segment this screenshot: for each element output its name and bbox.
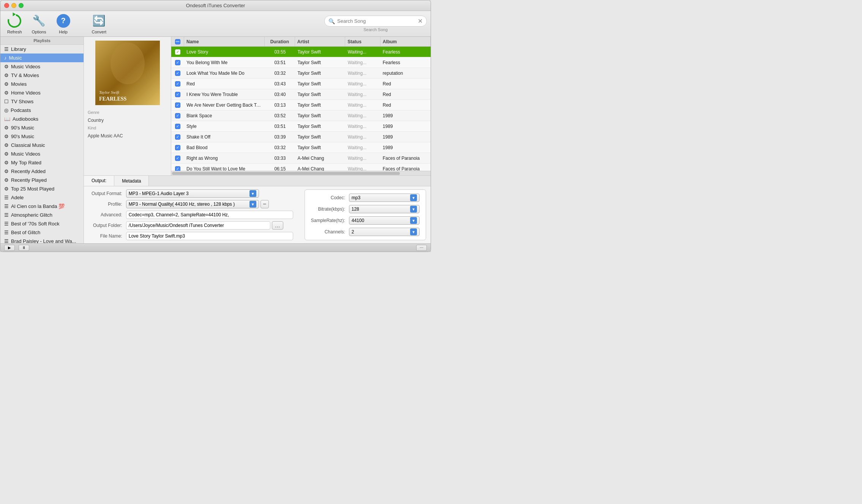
sidebar-item-adele[interactable]: ☰Adele [0, 193, 84, 202]
row-status: Waiting... [346, 102, 380, 108]
output-folder-value: /Users/Joyce/Music/Ondesoft iTunes Conve… [129, 223, 224, 228]
help-button[interactable]: ? Help [53, 12, 74, 36]
table-row[interactable]: ✓ I Knew You Were Trouble 03:40 Taylor S… [171, 89, 431, 100]
table-row[interactable]: ✓ Red 03:43 Taylor Swift Waiting... Red [171, 79, 431, 89]
row-checkbox[interactable]: ✓ [171, 124, 184, 129]
row-duration: 03:43 [265, 81, 295, 87]
row-name: Bad Blood [184, 145, 265, 150]
table-row[interactable]: ✓ Do You Still Want to Love Me 06:15 A-M… [171, 164, 431, 171]
row-checkbox[interactable]: ✓ [171, 49, 184, 55]
bitrate-label: Bitrate(kbps): [311, 206, 345, 212]
sidebar-item-recently-added[interactable]: ⚙Recently Added [0, 167, 84, 176]
sidebar-item-icon: ⚙ [4, 72, 9, 78]
samplerate-select[interactable]: 44100 ▼ [349, 216, 420, 225]
search-input[interactable] [337, 18, 415, 24]
row-checkbox[interactable]: ✓ [171, 102, 184, 108]
sidebar-item-icon: ⚙ [4, 134, 9, 139]
table-row[interactable]: ✓ Look What You Made Me Do 03:32 Taylor … [171, 68, 431, 79]
profile-select[interactable]: MP3 - Normal Quality( 44100 Hz, stereo ,… [126, 200, 259, 208]
tab-metadata[interactable]: Metadata [114, 176, 149, 186]
statusbar: ▶ ⏸ ⋯ [0, 243, 431, 252]
scrollbar-thumb[interactable] [172, 172, 400, 175]
sidebar-item-classical[interactable]: ⚙Classical Music [0, 141, 84, 150]
sidebar-item-top-25[interactable]: ⚙Top 25 Most Played [0, 184, 84, 193]
codec-select[interactable]: mp3 ▼ [349, 194, 420, 202]
sidebar-item-tv-shows[interactable]: ☐TV Shows [0, 97, 84, 106]
sidebar-item-best-70s[interactable]: ☰Best of '70s Soft Rock [0, 219, 84, 228]
row-album: 1989 [380, 145, 431, 150]
profile-minus-button[interactable]: − [260, 200, 269, 208]
row-checkbox[interactable]: ✓ [171, 60, 184, 65]
sidebar-item-90s-music[interactable]: ⚙90's Music [0, 123, 84, 132]
sidebar-item-home-videos[interactable]: ⚙Home Videos [0, 88, 84, 97]
app-window: Ondesoft iTunes Converter Refresh 🔧 Opti… [0, 0, 431, 252]
sidebar-item-icon: ⚙ [4, 160, 9, 165]
sidebar-item-label: 90's Music [11, 134, 34, 139]
maximize-button[interactable] [19, 3, 24, 8]
row-checkbox[interactable]: ✓ [171, 134, 184, 140]
row-duration: 03:39 [265, 134, 295, 140]
bottom-left-panel: Output Format: MP3 - MPEG-1 Audio Layer … [84, 189, 297, 240]
sidebar-item-icon: 📖 [4, 116, 10, 122]
search-clear-icon[interactable]: ✕ [418, 17, 423, 25]
kind-value: Apple Music AAC [88, 132, 167, 140]
sidebar-list: ☰Library♪Music⚙Music Videos⚙TV & Movies⚙… [0, 45, 84, 243]
row-checkbox[interactable]: ✓ [171, 92, 184, 97]
sidebar-item-atmospheric[interactable]: ☰Atmospheric Glitch [0, 211, 84, 219]
channels-select[interactable]: 2 ▼ [349, 228, 420, 236]
advanced-value: Codec=mp3, Channel=2, SampleRate=44100 H… [129, 212, 229, 217]
select-all-checkbox[interactable]: — [175, 39, 180, 44]
table-row[interactable]: ✓ Blank Space 03:52 Taylor Swift Waiting… [171, 110, 431, 121]
browse-button[interactable]: … [272, 221, 283, 230]
sidebar-item-audiobooks[interactable]: 📖Audiobooks [0, 115, 84, 123]
sidebar-item-label: Movies [11, 81, 27, 87]
sidebar-item-al-cien[interactable]: ☰Al Cien con la Banda 💯 [0, 202, 84, 211]
row-checkbox[interactable]: ✓ [171, 81, 184, 87]
sidebar-item-my-top-rated[interactable]: ⚙My Top Rated [0, 158, 84, 167]
row-checkbox[interactable]: ✓ [171, 71, 184, 76]
sidebar-item-best-glitch[interactable]: ☰Best of Glitch [0, 228, 84, 237]
row-checkbox[interactable]: ✓ [171, 113, 184, 118]
close-button[interactable] [4, 3, 9, 8]
sidebar-item-music-videos[interactable]: ⚙Music Videos [0, 62, 84, 71]
horizontal-scrollbar[interactable] [171, 171, 431, 175]
play-button[interactable]: ▶ [4, 245, 15, 251]
row-checkbox[interactable]: ✓ [171, 166, 184, 171]
sidebar-item-tv-movies[interactable]: ⚙TV & Movies [0, 71, 84, 80]
convert-button[interactable]: 🔄 Convert [89, 12, 110, 36]
refresh-button[interactable]: Refresh [4, 12, 25, 36]
advanced-field: Codec=mp3, Channel=2, SampleRate=44100 H… [126, 211, 293, 219]
file-name-input[interactable]: Love Story Taylor Swift.mp3 [126, 232, 293, 240]
sidebar-item-recently-played[interactable]: ⚙Recently Played [0, 176, 84, 184]
tab-output[interactable]: Output: [84, 176, 114, 186]
table-row[interactable]: ✓ We Are Never Ever Getting Back Tog... … [171, 100, 431, 110]
pause-button[interactable]: ⏸ [19, 245, 29, 251]
table-row[interactable]: ✓ Right as Wrong 03:33 A-Mei Chang Waiti… [171, 153, 431, 164]
sidebar-item-library[interactable]: ☰Library [0, 45, 84, 54]
table-row[interactable]: ✓ Shake It Off 03:39 Taylor Swift Waitin… [171, 132, 431, 142]
codec-label: Codec: [311, 195, 345, 200]
sidebar-item-podcasts[interactable]: ◎Podcasts [0, 106, 84, 115]
output-folder-input[interactable]: /Users/Joyce/Music/Ondesoft iTunes Conve… [126, 221, 270, 230]
sidebar-item-icon: ☐ [4, 99, 9, 104]
sidebar-item-music-videos-2[interactable]: ⚙Music Videos [0, 150, 84, 158]
table-row[interactable]: ✓ Love Story 03:55 Taylor Swift Waiting.… [171, 47, 431, 57]
sidebar-item-90s-music-2[interactable]: ⚙90's Music [0, 132, 84, 141]
table-row[interactable]: ✓ Style 03:51 Taylor Swift Waiting... 19… [171, 121, 431, 132]
bitrate-select[interactable]: 128 ▼ [349, 205, 420, 213]
sidebar-item-movies[interactable]: ⚙Movies [0, 80, 84, 88]
sidebar-item-music[interactable]: ♪Music [0, 54, 84, 62]
svg-text:FEARLESS: FEARLESS [99, 96, 127, 102]
table-row[interactable]: ✓ Bad Blood 03:32 Taylor Swift Waiting..… [171, 142, 431, 153]
row-checkbox[interactable]: ✓ [171, 145, 184, 150]
output-format-select[interactable]: MP3 - MPEG-1 Audio Layer 3 ▼ [126, 189, 259, 198]
sidebar-item-brad-paisley[interactable]: ☰Brad Paisley - Love and Wa... [0, 237, 84, 243]
output-format-arrow: ▼ [249, 190, 256, 197]
row-album: 1989 [380, 134, 431, 140]
sidebar-item-icon: ☰ [4, 195, 9, 200]
more-options-button[interactable]: ⋯ [416, 245, 427, 251]
row-checkbox[interactable]: ✓ [171, 156, 184, 161]
minimize-button[interactable] [11, 3, 16, 8]
table-row[interactable]: ✓ You Belong With Me 03:51 Taylor Swift … [171, 57, 431, 68]
options-button[interactable]: 🔧 Options [29, 12, 49, 36]
